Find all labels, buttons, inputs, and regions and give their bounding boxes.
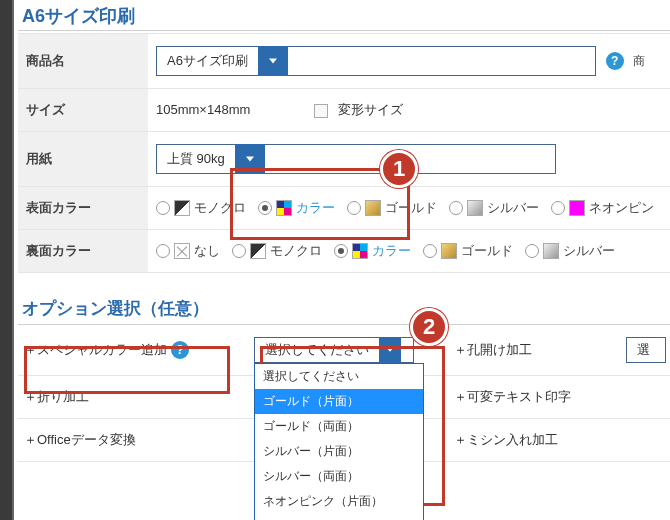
front-gold[interactable]: ゴールド xyxy=(347,199,437,217)
chevron-down-icon xyxy=(379,337,401,363)
label-back-color: 裏面カラー xyxy=(18,230,148,273)
opt-special-color-select[interactable]: 選択してください 選択してくださいゴールド（片面）ゴールド（両面）シルバー（片面… xyxy=(254,337,414,363)
back-silver[interactable]: シルバー xyxy=(525,242,615,260)
front-neon[interactable]: ネオンピン xyxy=(551,199,654,217)
product-name-value: A6サイズ印刷 xyxy=(157,52,258,70)
back-color-group: なし モノクロ カラー ゴールド シルバー xyxy=(156,242,662,260)
label-product-name: 商品名 xyxy=(18,34,148,89)
opt-special-color-label: ＋スペシャルカラー追加 xyxy=(24,341,167,359)
opt-vartext-label: ＋可変テキスト印字 xyxy=(454,388,571,406)
cmyk-icon xyxy=(352,243,368,259)
none-icon xyxy=(174,243,190,259)
dropdown-item[interactable]: シルバー（両面） xyxy=(255,464,423,489)
chevron-down-icon xyxy=(258,46,288,76)
dropdown-item[interactable]: ネオンピンク（両面） xyxy=(255,514,423,520)
front-mono[interactable]: モノクロ xyxy=(156,199,246,217)
window-left-strip xyxy=(0,0,14,520)
callout-badge-1: 1 xyxy=(380,150,418,188)
product-name-select[interactable]: A6サイズ印刷 xyxy=(156,46,596,76)
gold-icon xyxy=(365,200,381,216)
opt-fold-label: ＋折り加工 xyxy=(24,388,89,406)
help-icon[interactable]: ? xyxy=(171,341,189,359)
label-front-color: 表面カラー xyxy=(18,187,148,230)
help-icon[interactable]: ? xyxy=(606,52,624,70)
size-value: 105mm×148mm xyxy=(156,102,250,117)
dropdown-item[interactable]: 選択してください xyxy=(255,364,423,389)
mono-icon xyxy=(250,243,266,259)
shop-link[interactable]: 商 xyxy=(633,54,645,68)
opt-special-color-dropdown[interactable]: 選択してくださいゴールド（片面）ゴールド（両面）シルバー（片面）シルバー（両面）… xyxy=(254,363,424,520)
dropdown-item[interactable]: シルバー（片面） xyxy=(255,439,423,464)
back-none[interactable]: なし xyxy=(156,242,220,260)
options-section-title: オプション選択（任意） xyxy=(18,281,670,325)
opt-perf-label: ＋ミシン入れ加工 xyxy=(454,431,558,449)
front-color[interactable]: カラー xyxy=(258,199,335,217)
variant-size-label: 変形サイズ xyxy=(338,102,403,117)
neon-icon xyxy=(569,200,585,216)
front-color-group: モノクロ カラー ゴールド シルバー ネオンピン xyxy=(156,199,662,217)
paper-value: 上質 90kg xyxy=(157,150,235,168)
opt-hole-select[interactable]: 選 xyxy=(626,337,666,363)
variant-size-checkbox[interactable] xyxy=(314,104,328,118)
front-silver[interactable]: シルバー xyxy=(449,199,539,217)
page-title: A6サイズ印刷 xyxy=(18,0,670,31)
dropdown-item[interactable]: ゴールド（片面） xyxy=(255,389,423,414)
dropdown-item[interactable]: ゴールド（両面） xyxy=(255,414,423,439)
gold-icon xyxy=(441,243,457,259)
back-gold[interactable]: ゴールド xyxy=(423,242,513,260)
back-mono[interactable]: モノクロ xyxy=(232,242,322,260)
dropdown-item[interactable]: ネオンピンク（片面） xyxy=(255,489,423,514)
label-paper: 用紙 xyxy=(18,132,148,187)
back-color[interactable]: カラー xyxy=(334,242,411,260)
opt-office-label: ＋Officeデータ変換 xyxy=(24,431,136,449)
callout-badge-2: 2 xyxy=(410,308,448,346)
product-form: 商品名 A6サイズ印刷 ? 商 サイズ 105mm×148mm xyxy=(18,33,670,273)
chevron-down-icon xyxy=(235,144,265,174)
label-size: サイズ xyxy=(18,89,148,132)
paper-select[interactable]: 上質 90kg xyxy=(156,144,556,174)
options-grid: ＋スペシャルカラー追加 ? 選択してください 選択してくださいゴールド（片面）ゴ… xyxy=(18,325,670,462)
silver-icon xyxy=(543,243,559,259)
mono-icon xyxy=(174,200,190,216)
silver-icon xyxy=(467,200,483,216)
cmyk-icon xyxy=(276,200,292,216)
opt-hole-label: ＋孔開け加工 xyxy=(454,341,532,359)
